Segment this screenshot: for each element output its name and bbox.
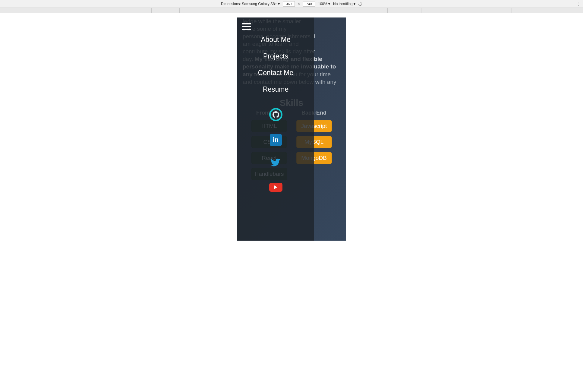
responsive-ruler [0, 8, 583, 13]
nav-links: About Me Projects Contact Me Resume [258, 36, 294, 93]
device-width-input[interactable] [283, 1, 295, 7]
devtools-device-toolbar: Dimensions: Samsung Galaxy S8+ ▾ × 100% … [0, 0, 583, 8]
rotate-icon[interactable] [358, 1, 363, 6]
mobile-nav-drawer: About Me Projects Contact Me Resume in [237, 17, 314, 241]
zoom-selector[interactable]: 100% ▾ [318, 2, 330, 6]
social-links: in [269, 108, 282, 192]
dimension-multiply: × [298, 2, 300, 6]
linkedin-icon[interactable]: in [270, 134, 282, 146]
github-icon[interactable] [269, 108, 282, 121]
linkedin-text: in [273, 136, 279, 144]
device-frame: ledge while the smaller s are some of my… [237, 17, 346, 241]
device-canvas: ledge while the smaller s are some of my… [0, 13, 583, 392]
nav-projects[interactable]: Projects [263, 52, 288, 60]
more-options-icon[interactable]: ⋮ [576, 1, 581, 7]
youtube-icon[interactable] [269, 183, 282, 192]
nav-about-me[interactable]: About Me [261, 36, 290, 44]
throttling-selector[interactable]: No throttling ▾ [333, 2, 355, 6]
device-selector[interactable]: Dimensions: Samsung Galaxy S8+ ▾ [221, 2, 280, 6]
hamburger-icon[interactable] [242, 22, 251, 31]
device-height-input[interactable] [303, 1, 315, 7]
play-icon [274, 185, 277, 189]
nav-resume[interactable]: Resume [263, 85, 289, 93]
nav-contact-me[interactable]: Contact Me [258, 69, 294, 77]
twitter-icon[interactable] [270, 159, 282, 170]
